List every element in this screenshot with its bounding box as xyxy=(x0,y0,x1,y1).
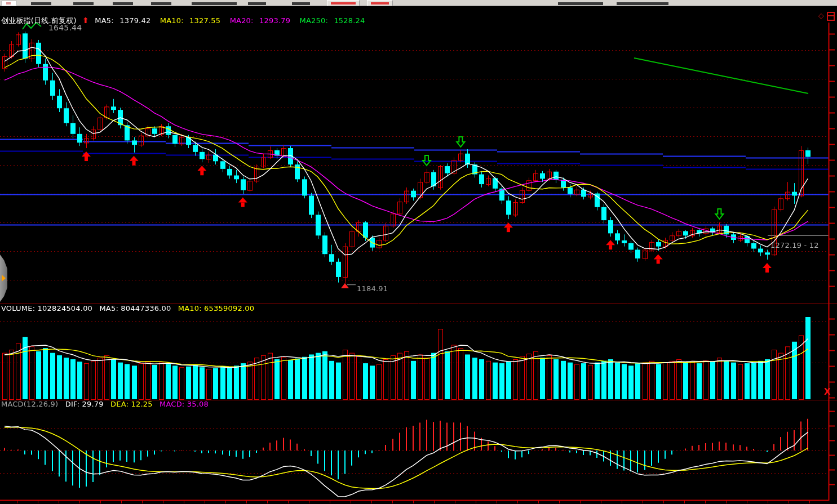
menu-item[interactable] xyxy=(31,2,51,5)
ma20-label: MA20: xyxy=(230,16,254,25)
ma250-value: 1528.24 xyxy=(334,16,365,25)
toolbar-button[interactable] xyxy=(327,0,360,6)
app-icon xyxy=(1,1,17,6)
menu-item[interactable] xyxy=(151,2,171,5)
buy-signal-icon: ⬆ xyxy=(82,16,89,25)
dif-label: DIF: xyxy=(65,400,80,408)
alert-line-label: 1272.19 - 12 xyxy=(770,241,819,249)
menu-item[interactable] xyxy=(248,2,266,5)
ma20-value: 1293.79 xyxy=(259,16,290,25)
ma10-label: MA10: xyxy=(160,16,184,25)
ma5-label: MA5: xyxy=(95,16,114,25)
window-icon[interactable] xyxy=(827,12,835,21)
kline-chart-canvas[interactable] xyxy=(0,0,837,504)
vol-ma5-value: 80447336.00 xyxy=(121,304,171,313)
chart-corner-tools: ◇ xyxy=(818,11,835,21)
dif-value: 29.79 xyxy=(82,400,104,408)
vol-ma10-label: MA10: xyxy=(178,304,202,313)
vol-ma5-label: MA5: xyxy=(99,304,118,313)
expand-arrow-icon xyxy=(2,275,6,282)
menu-bar[interactable] xyxy=(0,0,837,6)
menu-item[interactable] xyxy=(292,2,310,5)
ma5-value: 1379.42 xyxy=(119,16,150,25)
vol-ma10-value: 65359092.00 xyxy=(204,304,254,313)
dea-label: DEA: xyxy=(110,400,129,408)
toolbar-button[interactable] xyxy=(367,0,393,6)
menu-item[interactable] xyxy=(192,2,237,5)
volume-header: VOLUME: 102824504.00 MA5: 80447336.00 MA… xyxy=(1,304,254,313)
trading-app-window: 创业板指(日线.前复权) ⬆ MA5: 1379.42 MA10: 1327.5… xyxy=(0,0,837,504)
diamond-icon[interactable]: ◇ xyxy=(818,11,824,20)
ma250-label: MA250: xyxy=(300,16,329,25)
low-price-label: 1184.91 xyxy=(357,284,388,293)
macd-title: MACD(12,26,9) xyxy=(1,400,58,408)
close-indicator-icon[interactable]: X xyxy=(824,387,831,397)
menu-item[interactable] xyxy=(73,2,94,5)
volume-label: VOLUME: xyxy=(1,304,35,313)
macd-value: 35.08 xyxy=(187,400,209,408)
macd-header: MACD(12,26,9) DIF: 29.79 DEA: 12.25 MACD… xyxy=(1,400,209,408)
menu-item[interactable] xyxy=(558,2,603,5)
menu-item[interactable] xyxy=(617,2,668,5)
high-price-label: 1645.44 xyxy=(48,23,82,32)
menu-item[interactable] xyxy=(113,2,133,5)
macd-label: MACD: xyxy=(160,400,184,408)
ma10-value: 1327.55 xyxy=(189,16,220,25)
volume-value: 102824504.00 xyxy=(38,304,93,313)
dea-value: 12.25 xyxy=(131,400,153,408)
